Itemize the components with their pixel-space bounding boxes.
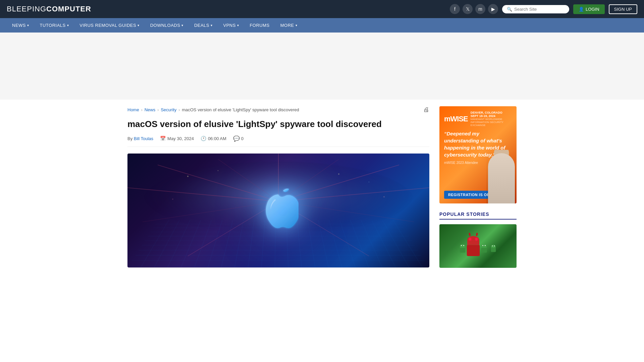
mwise-logo: mWISE DENVER, COLORADO SEPT 18-19, 2024 … xyxy=(444,111,512,127)
breadcrumb-home[interactable]: Home xyxy=(127,107,139,112)
sidebar: mWISE DENVER, COLORADO SEPT 18-19, 2024 … xyxy=(439,106,517,268)
header-right: f 𝕏 m ▶ 🔍 👤 LOGIN SIGN UP xyxy=(450,4,637,14)
mwise-logo-sub: DENVER, COLORADO SEPT 18-19, 2024 MANDIA… xyxy=(471,111,512,127)
popular-stories-section: POPULAR STORIES xyxy=(439,212,517,268)
chevron-down-icon: ▾ xyxy=(27,23,29,27)
breadcrumb-news[interactable]: News xyxy=(145,107,156,112)
login-button[interactable]: 👤 LOGIN xyxy=(573,4,604,14)
svg-point-16 xyxy=(172,198,173,199)
person-body xyxy=(488,153,515,203)
nav-item-downloads[interactable]: DOWNLOADS ▾ xyxy=(145,18,189,33)
breadcrumb: Home › News › Security › macOS version o… xyxy=(127,106,429,113)
nav-item-tutorials[interactable]: TUTORIALS ▾ xyxy=(35,18,74,33)
main-nav: NEWS ▾ TUTORIALS ▾ VIRUS REMOVAL GUIDES … xyxy=(0,18,644,33)
robot-illustration xyxy=(459,238,497,254)
nav-item-news[interactable]: NEWS ▾ xyxy=(7,18,35,33)
mastodon-icon[interactable]: m xyxy=(475,4,485,14)
article-date: 📅 May 30, 2024 xyxy=(160,136,194,141)
youtube-icon[interactable]: ▶ xyxy=(488,4,498,14)
svg-point-17 xyxy=(383,196,385,197)
nav-item-deals[interactable]: DEALS ▾ xyxy=(189,18,218,33)
print-icon[interactable]: 🖨 xyxy=(423,106,429,113)
article-hero-image xyxy=(127,154,429,267)
popular-story-image[interactable] xyxy=(439,224,517,268)
robot-small-3 xyxy=(491,245,496,252)
comment-count[interactable]: 💬 0 xyxy=(233,135,244,142)
svg-point-14 xyxy=(338,173,339,175)
chevron-down-icon: ▾ xyxy=(67,23,69,27)
svg-point-15 xyxy=(369,182,369,182)
calendar-icon: 📅 xyxy=(160,136,166,141)
user-icon: 👤 xyxy=(579,7,584,12)
comment-icon: 💬 xyxy=(233,135,240,142)
site-logo[interactable]: BLEEPINGCOMPUTER xyxy=(7,5,91,13)
search-icon: 🔍 xyxy=(507,7,512,12)
chevron-down-icon: ▾ xyxy=(296,23,298,27)
main-container: Home › News › Security › macOS version o… xyxy=(121,100,523,275)
chevron-down-icon: ▾ xyxy=(138,23,140,27)
svg-point-12 xyxy=(187,176,189,177)
popular-stories-title: POPULAR STORIES xyxy=(439,212,517,220)
top-ad-banner xyxy=(0,33,644,100)
article-area: Home › News › Security › macOS version o… xyxy=(127,106,429,268)
twitter-icon[interactable]: 𝕏 xyxy=(463,4,473,14)
breadcrumb-sep-2: › xyxy=(157,108,159,112)
logo-bold: COMPUTER xyxy=(46,5,91,13)
nav-item-forums[interactable]: FORUMS xyxy=(244,18,275,33)
signup-button[interactable]: SIGN UP xyxy=(609,4,637,14)
author-link[interactable]: Bill Toulas xyxy=(134,136,153,141)
site-header: BLEEPINGCOMPUTER f 𝕏 m ▶ 🔍 👤 LOGIN SIGN … xyxy=(0,0,644,18)
logo-plain: BLEEPING xyxy=(7,5,46,13)
search-bar: 🔍 xyxy=(502,5,569,13)
chevron-down-icon: ▾ xyxy=(181,23,183,27)
article-meta: By Bill Toulas 📅 May 30, 2024 🕐 06:00 AM… xyxy=(127,135,429,147)
chevron-down-icon: ▾ xyxy=(211,23,213,27)
article-author: By Bill Toulas xyxy=(127,136,153,141)
search-input[interactable] xyxy=(514,7,565,12)
social-icons: f 𝕏 m ▶ xyxy=(450,4,498,14)
breadcrumb-security[interactable]: Security xyxy=(161,107,176,112)
nav-item-virus-removal[interactable]: VIRUS REMOVAL GUIDES ▾ xyxy=(74,18,145,33)
ad-person-image xyxy=(486,150,517,203)
robot-small-2 xyxy=(481,244,487,252)
login-label: LOGIN xyxy=(586,7,599,12)
svg-point-13 xyxy=(218,170,219,171)
article-time: 🕐 06:00 AM xyxy=(201,136,226,141)
sidebar-ad[interactable]: mWISE DENVER, COLORADO SEPT 18-19, 2024 … xyxy=(439,106,517,203)
mwise-logo-text: mWISE xyxy=(444,115,468,123)
apple-logo-image xyxy=(258,186,299,234)
robot-small-1 xyxy=(460,244,466,252)
breadcrumb-sep-3: › xyxy=(178,108,180,112)
breadcrumb-current: macOS version of elusive 'LightSpy' spyw… xyxy=(182,107,299,112)
nav-item-vpns[interactable]: VPNS ▾ xyxy=(218,18,245,33)
clock-icon: 🕐 xyxy=(201,136,206,141)
nav-item-more[interactable]: MORE ▾ xyxy=(275,18,303,33)
breadcrumb-sep-1: › xyxy=(141,108,143,112)
article-title: macOS version of elusive 'LightSpy' spyw… xyxy=(127,119,429,130)
robot-evil xyxy=(467,236,480,256)
chevron-down-icon: ▾ xyxy=(237,23,239,27)
facebook-icon[interactable]: f xyxy=(450,4,460,14)
